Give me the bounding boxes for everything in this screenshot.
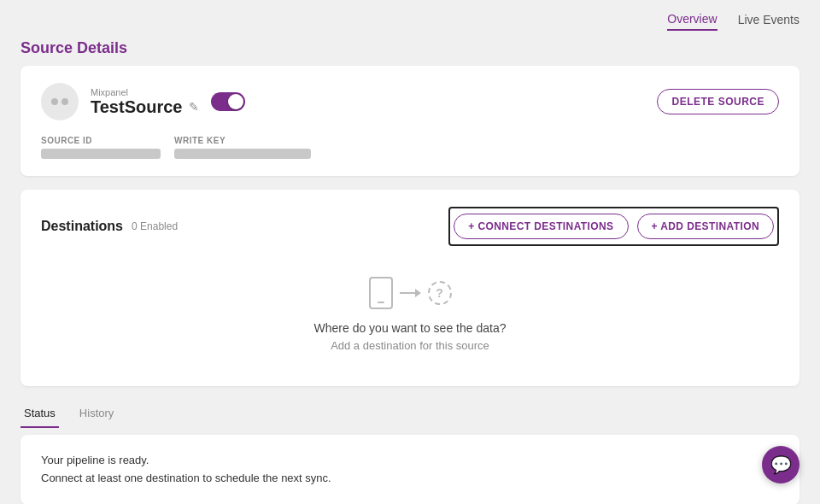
nav-live-events[interactable]: Live Events xyxy=(738,13,800,30)
source-card: Mixpanel TestSource ✎ DELETE SOURCE SOUR… xyxy=(20,66,800,176)
delete-source-button[interactable]: DELETE SOURCE xyxy=(657,89,779,114)
arrow-head xyxy=(415,289,421,297)
connect-destinations-button[interactable]: + CONNECT DESTINATIONS xyxy=(454,214,628,239)
chat-bubble-button[interactable]: 💬 xyxy=(762,446,800,483)
destinations-title-group: Destinations 0 Enabled xyxy=(41,219,178,234)
write-key-label: WRITE KEY xyxy=(174,136,311,145)
avatar-dot-2 xyxy=(62,98,68,105)
source-fields: SOURCE ID WRITE KEY xyxy=(41,136,779,159)
source-id-label: SOURCE ID xyxy=(41,136,161,145)
empty-icon: ? xyxy=(369,277,452,309)
source-left: Mixpanel TestSource ✎ xyxy=(41,83,245,120)
source-id-field: SOURCE ID xyxy=(41,136,161,159)
status-line2: Connect at least one destination to sche… xyxy=(41,470,779,488)
destinations-actions: + CONNECT DESTINATIONS + ADD DESTINATION xyxy=(448,207,779,246)
top-nav: Overview Live Events xyxy=(0,0,820,31)
source-info: Mixpanel TestSource ✎ xyxy=(91,87,199,117)
arrow-dash xyxy=(400,292,415,294)
edit-icon[interactable]: ✎ xyxy=(189,100,199,114)
source-id-value xyxy=(41,149,161,159)
chat-icon: 💬 xyxy=(770,454,792,475)
tab-history[interactable]: History xyxy=(76,400,117,428)
source-name: TestSource xyxy=(91,97,182,117)
source-avatar xyxy=(41,83,79,120)
source-header: Mixpanel TestSource ✎ DELETE SOURCE xyxy=(41,83,779,120)
add-destination-button[interactable]: + ADD DESTINATION xyxy=(637,214,774,239)
source-provider: Mixpanel xyxy=(91,87,199,97)
phone-icon xyxy=(369,277,393,309)
nav-overview[interactable]: Overview xyxy=(667,12,717,31)
source-name-row: TestSource ✎ xyxy=(91,97,199,117)
write-key-field: WRITE KEY xyxy=(174,136,311,159)
status-card: Your pipeline is ready. Connect at least… xyxy=(20,435,800,504)
destinations-empty: ? Where do you want to see the data? Add… xyxy=(41,246,779,369)
destinations-badge: 0 Enabled xyxy=(132,220,178,232)
empty-title: Where do you want to see the data? xyxy=(314,321,507,335)
destinations-card: Destinations 0 Enabled + CONNECT DESTINA… xyxy=(20,190,800,386)
avatar-dots xyxy=(51,98,68,105)
destinations-header: Destinations 0 Enabled + CONNECT DESTINA… xyxy=(41,207,779,246)
toggle-switch[interactable] xyxy=(211,92,245,111)
question-circle-icon: ? xyxy=(428,281,452,305)
status-line1: Your pipeline is ready. xyxy=(41,452,779,470)
write-key-value xyxy=(174,149,311,159)
avatar-dot-1 xyxy=(51,98,58,105)
arrow-icon xyxy=(400,289,421,297)
page-title: Source Details xyxy=(0,31,820,66)
tab-status[interactable]: Status xyxy=(20,400,59,428)
toggle-knob xyxy=(228,94,243,109)
empty-subtitle: Add a destination for this source xyxy=(331,339,489,352)
destinations-title: Destinations xyxy=(41,219,123,234)
tabs-row: Status History xyxy=(0,400,820,428)
